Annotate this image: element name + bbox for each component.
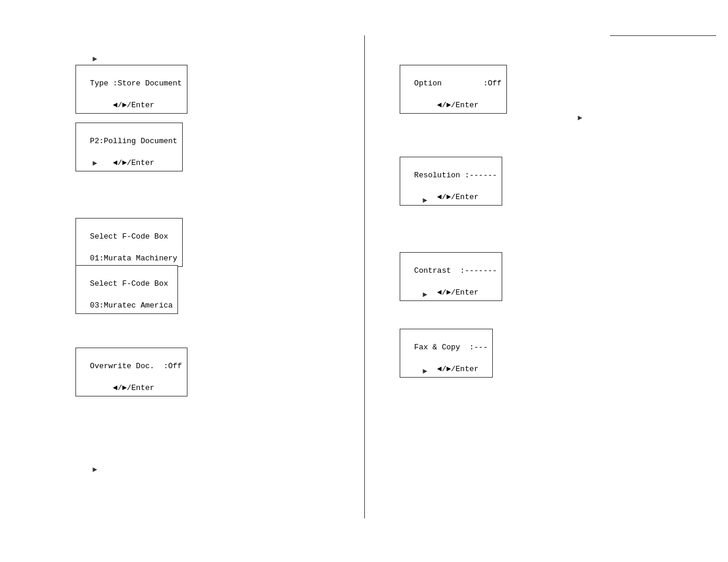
- p2-polling-line1: P2:Polling Document: [90, 137, 177, 146]
- select-fcode-01-line2: 01:Murata Machinery: [90, 254, 177, 263]
- p2-polling-box: P2:Polling Document ◄/►/Enter: [75, 123, 183, 171]
- p2-polling-line2: ◄/►/Enter: [90, 158, 154, 167]
- type-store-line2: ◄/►/Enter: [90, 101, 154, 110]
- fax-copy-box: Fax & Copy :--- ◄/►/Enter: [400, 329, 493, 378]
- select-fcode-03-line1: Select F-Code Box: [90, 279, 169, 288]
- arrow-left-1: ►: [93, 55, 97, 64]
- horizontal-divider: [610, 35, 716, 36]
- select-fcode-03-line2: 03:Muratec America: [90, 301, 173, 310]
- select-fcode-01-line1: Select F-Code Box: [90, 232, 169, 241]
- resolution-line1: Resolution :------: [414, 171, 497, 180]
- contrast-line1: Contrast :-------: [414, 266, 497, 275]
- overwrite-doc-line2: ◄/►/Enter: [90, 384, 154, 392]
- select-fcode-03-box: Select F-Code Box 03:Muratec America: [75, 265, 178, 314]
- option-off-line2: ◄/►/Enter: [414, 101, 479, 110]
- overwrite-doc-line1: Overwrite Doc. :Off: [90, 362, 182, 371]
- resolution-box: Resolution :------ ◄/►/Enter: [400, 157, 502, 206]
- arrow-right-2: ►: [423, 196, 427, 205]
- type-store-line1: Type :Store Document: [90, 79, 182, 88]
- arrow-right-1: ►: [578, 114, 582, 123]
- arrow-right-3: ►: [423, 290, 427, 299]
- type-store-box: Type :Store Document ◄/►/Enter: [75, 65, 187, 114]
- vertical-divider: [364, 35, 365, 518]
- arrow-right-4: ►: [423, 367, 427, 376]
- select-fcode-01-box: Select F-Code Box 01:Murata Machinery: [75, 218, 183, 267]
- fax-copy-line1: Fax & Copy :---: [414, 343, 488, 352]
- overwrite-doc-box: Overwrite Doc. :Off ◄/►/Enter: [75, 348, 187, 396]
- arrow-left-3: ►: [93, 465, 97, 474]
- option-off-line1: Option :Off: [414, 79, 502, 88]
- arrow-left-2: ►: [93, 159, 97, 168]
- contrast-box: Contrast :------- ◄/►/Enter: [400, 252, 502, 301]
- option-off-box: Option :Off ◄/►/Enter: [400, 65, 507, 114]
